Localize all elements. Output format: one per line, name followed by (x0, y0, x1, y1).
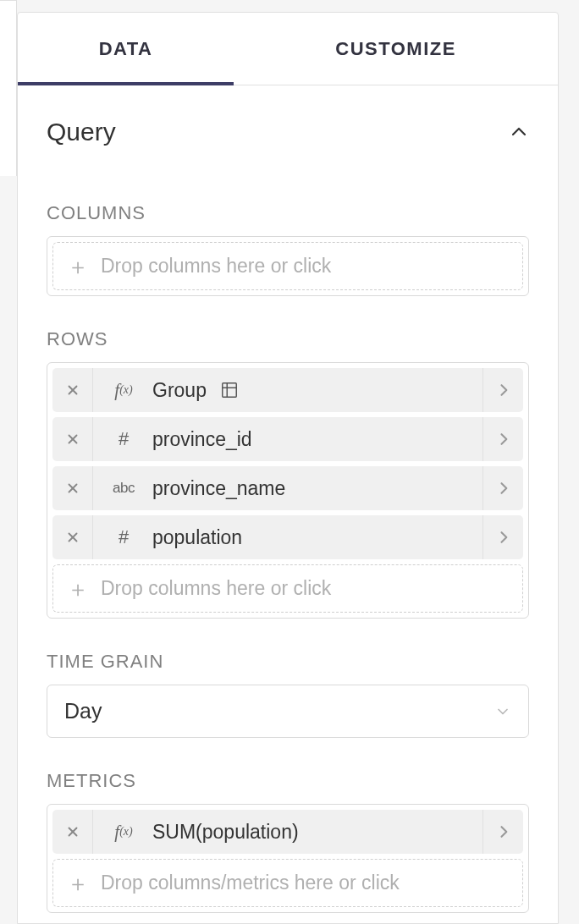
section-title: Query (47, 118, 116, 146)
remove-button[interactable] (52, 515, 93, 559)
plus-icon: ＋ (67, 256, 89, 278)
expand-button[interactable] (482, 515, 523, 559)
row-name: province_id (152, 428, 252, 451)
pivot-icon (220, 381, 239, 399)
tab-data-label: DATA (99, 38, 153, 60)
outer-border (0, 0, 17, 176)
plus-icon: ＋ (67, 872, 89, 894)
metrics-item-0[interactable]: f(x)SUM(population) (52, 810, 523, 854)
control-panel: DATA CUSTOMIZE Query COLUMNS ＋ Drop colu… (17, 12, 559, 924)
chevron-down-icon (494, 703, 511, 720)
remove-button[interactable] (52, 466, 93, 510)
metrics-label: METRICS (47, 770, 529, 792)
section-header[interactable]: Query (47, 85, 529, 170)
row-name: SUM(population) (152, 821, 299, 844)
rows-field: f(x)Group#province_idabcprovince_name#po… (47, 362, 529, 619)
rows-item-3[interactable]: #population (52, 515, 523, 559)
rows-dropzone[interactable]: ＋ Drop columns here or click (52, 564, 523, 613)
remove-button[interactable] (52, 417, 93, 461)
row-name: province_name (152, 477, 285, 500)
svg-rect-2 (223, 383, 237, 398)
tab-bar: DATA CUSTOMIZE (18, 13, 558, 85)
time-grain-label: TIME GRAIN (47, 651, 529, 673)
tab-customize[interactable]: CUSTOMIZE (234, 13, 558, 85)
function-icon: f(x) (105, 822, 142, 843)
time-grain-select[interactable]: Day (47, 685, 529, 738)
row-name: population (152, 526, 242, 549)
metrics-dropzone[interactable]: ＋ Drop columns/metrics here or click (52, 859, 523, 907)
expand-button[interactable] (482, 810, 523, 854)
columns-placeholder: Drop columns here or click (101, 255, 331, 278)
time-grain-value: Day (64, 699, 102, 723)
row-body: #province_id (93, 417, 482, 461)
metrics-placeholder: Drop columns/metrics here or click (101, 872, 400, 894)
rows-item-2[interactable]: abcprovince_name (52, 466, 523, 510)
columns-field: ＋ Drop columns here or click (47, 236, 529, 296)
rows-label: ROWS (47, 328, 529, 350)
number-icon: # (105, 526, 142, 548)
remove-button[interactable] (52, 810, 93, 854)
rows-item-1[interactable]: #province_id (52, 417, 523, 461)
text-icon: abc (105, 480, 142, 497)
function-icon: f(x) (105, 380, 142, 401)
chevron-up-icon (509, 122, 529, 142)
plus-icon: ＋ (67, 578, 89, 600)
row-name: Group (152, 379, 207, 402)
tab-customize-label: CUSTOMIZE (335, 38, 456, 60)
expand-button[interactable] (482, 466, 523, 510)
remove-button[interactable] (52, 368, 93, 412)
expand-button[interactable] (482, 368, 523, 412)
columns-label: COLUMNS (47, 202, 529, 224)
row-body: f(x)Group (93, 368, 482, 412)
number-icon: # (105, 428, 142, 450)
metrics-list: f(x)SUM(population) (52, 810, 523, 854)
rows-list: f(x)Group#province_idabcprovince_name#po… (52, 368, 523, 559)
rows-placeholder: Drop columns here or click (101, 577, 331, 600)
expand-button[interactable] (482, 417, 523, 461)
row-body: abcprovince_name (93, 466, 482, 510)
columns-dropzone[interactable]: ＋ Drop columns here or click (52, 242, 523, 290)
rows-item-0[interactable]: f(x)Group (52, 368, 523, 412)
panel-content: Query COLUMNS ＋ Drop columns here or cli… (18, 85, 558, 923)
row-body: #population (93, 515, 482, 559)
metrics-field: f(x)SUM(population) ＋ Drop columns/metri… (47, 804, 529, 913)
tab-data[interactable]: DATA (18, 13, 234, 85)
row-body: f(x)SUM(population) (93, 810, 482, 854)
